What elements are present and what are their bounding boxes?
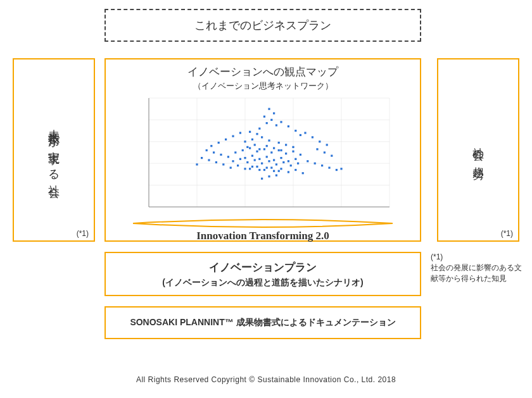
svg-rect-94 xyxy=(256,166,258,168)
svg-rect-39 xyxy=(268,139,270,141)
svg-rect-51 xyxy=(249,147,251,149)
svg-rect-113 xyxy=(276,175,277,177)
footnote-marker: (*1) xyxy=(431,252,526,263)
svg-rect-33 xyxy=(312,136,314,138)
svg-rect-80 xyxy=(276,163,277,165)
svg-rect-107 xyxy=(294,169,296,171)
svg-rect-71 xyxy=(280,157,282,159)
svg-rect-16 xyxy=(263,116,265,118)
svg-rect-66 xyxy=(244,157,246,159)
perspective-map-footer: Innovation Transforming 2.0 xyxy=(196,230,329,242)
innovation-plan-box: イノベーションプラン (イノベーションへの過程と道筋を描いたシナリオ) xyxy=(104,252,421,296)
svg-rect-85 xyxy=(208,159,210,161)
svg-rect-76 xyxy=(246,161,248,163)
svg-rect-109 xyxy=(196,163,198,165)
svg-rect-22 xyxy=(256,133,258,135)
footnote-text: 社会の発展に影響のある文献等から得られた知見 xyxy=(431,263,526,284)
svg-rect-97 xyxy=(278,170,280,172)
svg-rect-88 xyxy=(307,160,308,162)
svg-rect-106 xyxy=(288,171,289,173)
svg-rect-50 xyxy=(242,149,244,151)
perspective-map-subtitle: （イノベーション思考ネットワーク） xyxy=(193,80,333,92)
svg-rect-57 xyxy=(292,151,294,152)
innovation-plan-title: イノベーションプラン xyxy=(209,260,317,275)
svg-rect-52 xyxy=(256,151,258,152)
svg-rect-111 xyxy=(268,175,270,177)
svg-rect-19 xyxy=(276,124,277,126)
documentation-label: SONOSAKI PLANNINT™ 成果物書式によるドキュメンテーション xyxy=(130,317,395,328)
svg-rect-70 xyxy=(273,159,275,161)
svg-rect-91 xyxy=(328,166,330,168)
svg-rect-56 xyxy=(285,152,287,154)
svg-rect-31 xyxy=(210,145,212,147)
svg-rect-105 xyxy=(280,168,282,170)
svg-rect-77 xyxy=(254,159,256,161)
svg-rect-104 xyxy=(273,170,275,172)
svg-rect-79 xyxy=(268,160,270,162)
svg-rect-75 xyxy=(239,158,241,160)
svg-rect-73 xyxy=(294,158,296,160)
svg-rect-60 xyxy=(213,151,215,153)
svg-rect-28 xyxy=(232,135,234,137)
svg-rect-67 xyxy=(251,155,253,157)
side-left-label: 未来技術が実現する社会 xyxy=(46,120,61,180)
svg-rect-25 xyxy=(294,130,296,132)
svg-rect-112 xyxy=(261,178,263,180)
svg-rect-40 xyxy=(278,142,280,144)
svg-rect-86 xyxy=(215,161,217,163)
svg-rect-54 xyxy=(270,151,272,153)
svg-rect-96 xyxy=(270,166,272,168)
svg-rect-43 xyxy=(246,146,248,148)
svg-rect-92 xyxy=(336,169,338,171)
svg-rect-110 xyxy=(340,168,342,170)
svg-rect-32 xyxy=(304,132,306,134)
previous-plan-label: これまでのビジネスプラン xyxy=(194,18,331,33)
svg-rect-63 xyxy=(316,148,318,150)
svg-rect-64 xyxy=(324,151,326,153)
svg-rect-48 xyxy=(280,149,282,151)
svg-rect-72 xyxy=(288,160,289,162)
svg-rect-99 xyxy=(237,165,239,166)
side-panel-left: 未来技術が実現する社会 (*1) xyxy=(13,58,95,242)
svg-rect-21 xyxy=(249,131,251,133)
svg-rect-36 xyxy=(244,140,246,142)
innovation-plan-subtitle: (イノベーションへの過程と道筋を描いたシナリオ) xyxy=(162,277,363,289)
svg-rect-74 xyxy=(232,160,234,162)
svg-rect-55 xyxy=(278,149,280,151)
svg-rect-102 xyxy=(258,169,260,171)
footnote-block: (*1) 社会の発展に影響のある文献等から得られた知見 xyxy=(431,252,526,283)
svg-rect-18 xyxy=(266,122,268,124)
svg-rect-41 xyxy=(285,144,287,146)
svg-rect-46 xyxy=(266,145,268,147)
svg-rect-27 xyxy=(239,132,241,134)
previous-plan-box: これまでのビジネスプラン xyxy=(104,9,421,42)
svg-rect-30 xyxy=(218,142,220,144)
svg-rect-23 xyxy=(280,121,282,123)
svg-rect-20 xyxy=(258,128,260,130)
svg-rect-59 xyxy=(206,149,208,151)
svg-rect-82 xyxy=(290,165,292,166)
svg-rect-61 xyxy=(220,154,222,156)
svg-rect-87 xyxy=(222,163,224,165)
documentation-box: SONOSAKI PLANNINT™ 成果物書式によるドキュメンテーション xyxy=(104,306,421,339)
svg-rect-24 xyxy=(288,125,289,127)
svg-rect-44 xyxy=(254,144,256,146)
svg-rect-62 xyxy=(227,156,229,158)
svg-rect-84 xyxy=(201,157,203,159)
svg-rect-103 xyxy=(266,166,268,168)
svg-rect-58 xyxy=(300,154,301,156)
svg-rect-34 xyxy=(319,140,320,142)
svg-rect-78 xyxy=(261,163,263,165)
svg-rect-98 xyxy=(230,166,232,168)
svg-rect-100 xyxy=(244,168,246,170)
svg-rect-108 xyxy=(302,172,304,174)
svg-rect-65 xyxy=(331,155,332,157)
perspective-map-title: イノベーションへの観点マップ xyxy=(187,65,338,79)
svg-rect-95 xyxy=(263,169,265,171)
svg-rect-14 xyxy=(268,108,270,110)
perspective-map-box: イノベーションへの観点マップ （イノベーション思考ネットワーク） Innovat… xyxy=(104,58,421,242)
svg-rect-89 xyxy=(314,163,316,165)
side-panel-right: 社会の趨勢 (*1) xyxy=(437,58,519,242)
svg-rect-101 xyxy=(251,166,253,168)
side-right-label: 社会の趨勢 xyxy=(471,139,486,161)
